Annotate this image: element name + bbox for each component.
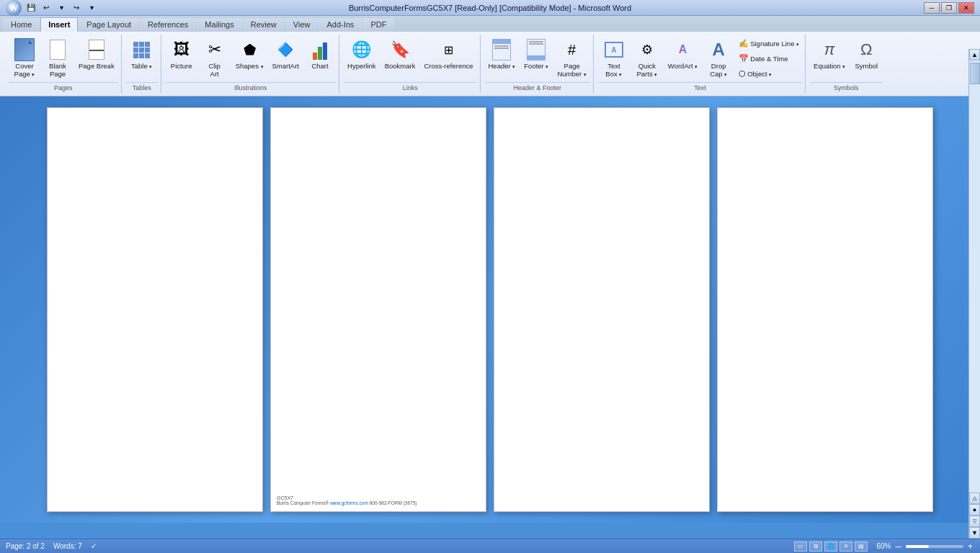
hyperlink-button[interactable]: 🌐 Hyperlink <box>344 36 380 72</box>
bookmark-button[interactable]: 🔖 Bookmark <box>381 36 419 72</box>
shapes-icon: ⬟ <box>238 38 261 61</box>
group-header-footer: Header ▾ Footer ▾ # PageNumber ▾ Header … <box>482 35 594 93</box>
chart-button[interactable]: Chart <box>304 36 336 72</box>
blank-page-button[interactable]: BlankPage <box>42 36 74 81</box>
page-break-icon <box>85 38 108 61</box>
wordart-button[interactable]: A WordArt ▾ <box>664 36 701 72</box>
scroll-page-down-button[interactable]: ▽ <box>969 516 980 527</box>
symbol-button[interactable]: Ω Symbol <box>850 36 882 72</box>
group-tables: Table ▾ Tables <box>123 35 161 93</box>
tab-view[interactable]: View <box>285 17 318 32</box>
header-button[interactable]: Header ▾ <box>485 36 520 72</box>
draft-view-button[interactable]: ▤ <box>855 541 868 552</box>
bookmark-icon: 🔖 <box>388 38 411 61</box>
tab-add-ins[interactable]: Add-Ins <box>318 17 362 32</box>
undo-button[interactable]: ↩ <box>40 2 53 14</box>
object-icon: ⬡ <box>739 69 746 78</box>
tables-buttons: Table ▾ <box>126 36 158 81</box>
date-time-icon: 📅 <box>739 54 749 63</box>
drop-cap-button[interactable]: A DropCap ▾ <box>703 36 734 81</box>
date-time-button[interactable]: 📅 Date & Time <box>736 51 802 66</box>
zoom-level: 60% <box>876 542 891 550</box>
smartart-button[interactable]: 🔷 SmartArt <box>269 36 303 72</box>
equation-icon: π <box>818 38 841 61</box>
scroll-page-up-button[interactable]: △ <box>969 493 980 504</box>
print-layout-view-button[interactable]: ▭ <box>794 541 807 552</box>
footer-line2: Burris Computer Forms® www.gcforms.com 8… <box>277 500 416 505</box>
page-indicator: Page: 2 of 2 <box>6 542 45 550</box>
title-bar: W 💾 ↩ ▾ ↪ ▾ BurrisComputerFormsGC5X7 [Re… <box>0 0 980 16</box>
group-pages: CoverPage ▾ BlankPage Page Break Pages <box>6 35 122 93</box>
blank-page-icon <box>46 38 69 61</box>
undo-arrow-button[interactable]: ▾ <box>55 2 68 14</box>
minimize-button[interactable]: ─ <box>924 2 940 14</box>
tab-references[interactable]: References <box>140 17 196 32</box>
ribbon: Home Insert Page Layout References Maili… <box>0 16 980 96</box>
tables-group-label: Tables <box>126 82 158 93</box>
tab-review[interactable]: Review <box>243 17 285 32</box>
save-button[interactable]: 💾 <box>24 2 37 14</box>
headerfooter-buttons: Header ▾ Footer ▾ # PageNumber ▾ <box>485 36 590 81</box>
equation-button[interactable]: π Equation ▾ <box>810 36 849 72</box>
table-button[interactable]: Table ▾ <box>126 36 158 72</box>
status-bar: Page: 2 of 2 Words: 7 ✓ ▭ ⊞ 🌐 ≡ ▤ 60% ─ … <box>0 539 980 553</box>
status-left: Page: 2 of 2 Words: 7 ✓ <box>6 542 97 550</box>
symbol-icon: Ω <box>855 38 878 61</box>
word-logo[interactable]: W <box>6 0 22 16</box>
shapes-button[interactable]: ⬟ Shapes ▾ <box>232 36 267 72</box>
web-layout-view-button[interactable]: 🌐 <box>824 541 837 552</box>
scroll-down-button[interactable]: ▼ <box>969 527 980 539</box>
page-2-footer: GC5X7 Burris Computer Forms® www.gcforms… <box>277 495 416 505</box>
group-illustrations: 🖼 Picture ✂ ClipArt ⬟ Shapes ▾ 🔷 SmartAr… <box>163 35 339 93</box>
tab-mailings[interactable]: Mailings <box>197 17 241 32</box>
tab-pdf[interactable]: PDF <box>362 17 394 32</box>
zoom-slider[interactable] <box>906 545 963 548</box>
header-icon <box>490 38 513 61</box>
full-reading-view-button[interactable]: ⊞ <box>809 541 822 552</box>
scroll-select-browse-button[interactable]: ● <box>969 504 980 516</box>
close-button[interactable]: ✕ <box>958 2 974 14</box>
picture-button[interactable]: 🖼 Picture <box>166 36 197 72</box>
symbols-group-label: Symbols <box>810 82 882 93</box>
footer-link[interactable]: www.gcforms.com <box>330 500 368 505</box>
drop-cap-icon: A <box>707 38 730 61</box>
cover-page-icon <box>13 38 36 61</box>
document-area: GC5X7 Burris Computer Forms® www.gcforms… <box>0 96 980 523</box>
window-controls: ─ ❐ ✕ <box>924 2 974 14</box>
group-links: 🌐 Hyperlink 🔖 Bookmark ⊞ Cross-reference… <box>341 35 480 93</box>
clip-art-button[interactable]: ✂ ClipArt <box>199 36 231 81</box>
proofing-icon[interactable]: ✓ <box>91 542 97 550</box>
page-break-button[interactable]: Page Break <box>75 36 118 72</box>
cross-reference-button[interactable]: ⊞ Cross-reference <box>420 36 476 72</box>
quick-access-toolbar: 💾 ↩ ▾ ↪ ▾ <box>24 2 98 14</box>
clip-art-icon: ✂ <box>203 38 226 61</box>
quick-parts-button[interactable]: ⚙ QuickParts ▾ <box>631 36 663 81</box>
scroll-up-button[interactable]: ▲ <box>969 49 980 60</box>
zoom-out-button[interactable]: ─ <box>895 541 901 552</box>
symbols-buttons: π Equation ▾ Ω Symbol <box>810 36 882 81</box>
redo-button[interactable]: ↪ <box>70 2 83 14</box>
title-bar-left: W 💾 ↩ ▾ ↪ ▾ <box>6 0 98 16</box>
page-3 <box>494 107 710 512</box>
zoom-in-button[interactable]: + <box>968 541 973 552</box>
signature-line-button[interactable]: ✍ Signature Line ▾ <box>736 36 802 50</box>
tab-page-layout[interactable]: Page Layout <box>79 17 139 32</box>
status-right: ▭ ⊞ 🌐 ≡ ▤ 60% ─ + <box>794 541 974 552</box>
restore-button[interactable]: ❐ <box>941 2 957 14</box>
tab-home[interactable]: Home <box>3 17 40 32</box>
cover-page-button[interactable]: CoverPage ▾ <box>9 36 40 81</box>
tab-insert[interactable]: Insert <box>40 17 78 32</box>
scroll-thumb[interactable] <box>970 63 980 84</box>
text-box-icon: A <box>602 38 625 61</box>
vertical-scrollbar[interactable]: ▲ △ ● ▽ ▼ <box>968 49 980 539</box>
footer-button[interactable]: Footer ▾ <box>520 36 552 72</box>
word-count: Words: 7 <box>53 542 82 550</box>
view-icons: ▭ ⊞ 🌐 ≡ ▤ <box>794 541 868 552</box>
object-button[interactable]: ⬡ Object ▾ <box>736 66 802 81</box>
text-box-button[interactable]: A TextBox ▾ <box>598 36 630 81</box>
links-buttons: 🌐 Hyperlink 🔖 Bookmark ⊞ Cross-reference <box>344 36 476 81</box>
page-number-button[interactable]: # PageNumber ▾ <box>553 36 589 81</box>
outline-view-button[interactable]: ≡ <box>839 541 852 552</box>
customize-qa-button[interactable]: ▾ <box>85 2 98 14</box>
links-group-label: Links <box>344 82 476 93</box>
